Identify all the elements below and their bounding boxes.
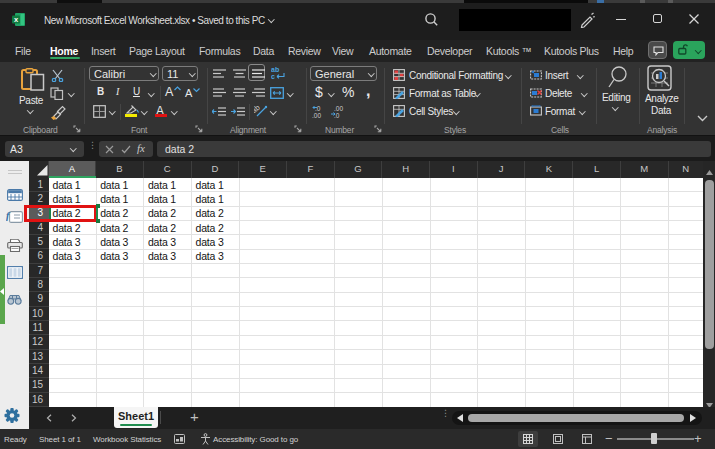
svg-text:c: c — [271, 73, 275, 80]
svg-text:.00: .00 — [312, 112, 321, 119]
svg-text:ab: ab — [271, 66, 279, 73]
